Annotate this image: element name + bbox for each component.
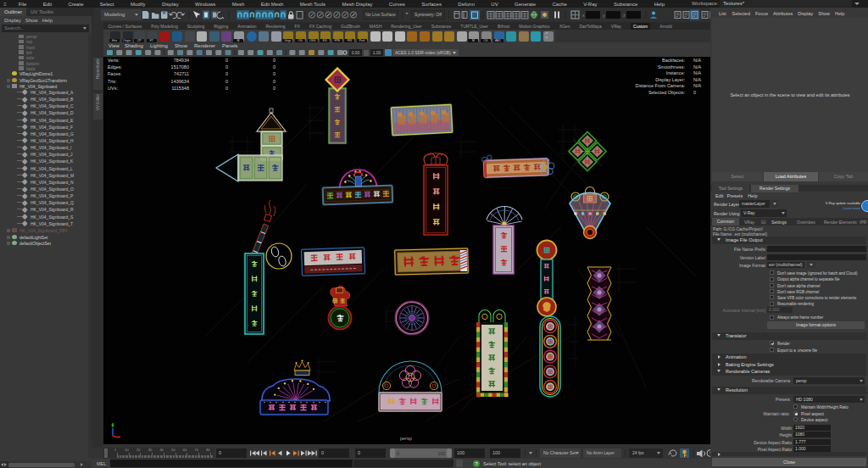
svg-text:z: z: [623, 13, 626, 18]
svg-text:x: x: [582, 13, 585, 18]
svg-text:y: y: [603, 13, 605, 18]
